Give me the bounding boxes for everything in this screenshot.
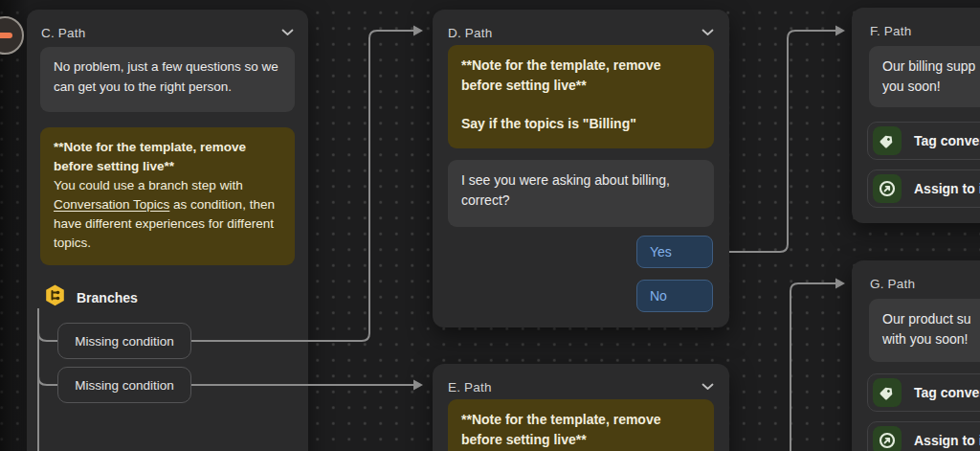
note-step[interactable]: **Note for the template, remove before s… [448, 399, 714, 451]
action-label: Tag conver [914, 133, 980, 148]
chevron-down-icon[interactable] [702, 29, 714, 36]
node-e-title: E. Path [448, 380, 492, 395]
message-text: No problem, just a few questions so we c… [54, 59, 278, 94]
chevron-down-icon[interactable] [281, 29, 294, 36]
action-label: Assign to i [914, 181, 980, 196]
action-label: Tag conver [914, 385, 980, 400]
collapse-node-button[interactable] [0, 16, 24, 55]
node-d-header: D. Path [448, 23, 714, 42]
node-c-title: C. Path [41, 26, 85, 40]
node-g-header: G. Path [870, 274, 980, 293]
message-text: Our billing supp you soon! [882, 56, 980, 97]
action-tag-conversation[interactable]: Tag conver [867, 122, 980, 160]
reply-yes-button[interactable]: Yes [636, 236, 713, 268]
reply-no-button[interactable]: No [636, 280, 713, 312]
branches-icon [43, 283, 67, 311]
branch-missing-condition-2[interactable]: Missing condition [57, 367, 191, 403]
message-text: I see you were asking about billing, cor… [461, 172, 670, 208]
assign-icon [873, 174, 902, 203]
node-g-title: G. Path [870, 277, 915, 291]
note-step[interactable]: **Note for the template, remove before s… [448, 45, 714, 148]
action-assign-to[interactable]: Assign to i [867, 421, 980, 451]
branch-label: Missing condition [75, 378, 174, 393]
note-bold-text: **Note for the template, remove before s… [461, 56, 701, 96]
node-g-path[interactable]: G. Path Our product su with you soon! Ta… [852, 260, 980, 451]
flow-canvas[interactable]: C. Path No problem, just a few questions… [0, 0, 980, 451]
tag-icon [873, 378, 902, 407]
action-label: Assign to i [914, 433, 980, 448]
action-assign-to[interactable]: Assign to i [867, 169, 980, 208]
message-step[interactable]: No problem, just a few questions so we c… [40, 47, 295, 112]
note-bold-text: **Note for the template, remove before s… [461, 410, 701, 450]
node-c-header: C. Path [41, 23, 294, 42]
message-step[interactable]: Our product su with you soon! [869, 299, 980, 362]
node-e-path[interactable]: E. Path **Note for the template, remove … [433, 364, 729, 451]
node-f-header: F. Path [870, 21, 980, 40]
note-step[interactable]: **Note for the template, remove before s… [40, 127, 295, 265]
branches-section[interactable]: Branches [43, 283, 138, 311]
no-label: No [650, 288, 667, 304]
node-f-path[interactable]: F. Path Our billing supp you soon! Tag c… [852, 8, 980, 223]
node-d-path[interactable]: D. Path **Note for the template, remove … [433, 10, 729, 327]
conversation-topics-link[interactable]: Conversation Topics [54, 197, 169, 212]
note-body-text: You could use a branch step with Convers… [54, 176, 281, 253]
message-text: Our product su with you soon! [882, 309, 980, 350]
minus-icon [0, 33, 12, 38]
branches-label: Branches [77, 290, 138, 305]
yes-label: Yes [650, 244, 672, 259]
action-tag-conversation[interactable]: Tag conver [867, 373, 980, 412]
branch-label: Missing condition [75, 334, 174, 349]
node-f-title: F. Path [870, 24, 911, 38]
branch-missing-condition-1[interactable]: Missing condition [57, 323, 191, 359]
note-body-text: Say if the topics is "Billing" [461, 114, 701, 134]
assign-icon [873, 426, 902, 451]
message-step[interactable]: I see you were asking about billing, cor… [448, 160, 714, 227]
node-e-header: E. Path [448, 377, 714, 396]
chevron-down-icon[interactable] [702, 383, 714, 391]
node-d-title: D. Path [448, 26, 492, 40]
note-bold-text: **Note for the template, remove before s… [54, 138, 281, 176]
tag-icon [873, 126, 902, 155]
message-step[interactable]: Our billing supp you soon! [869, 46, 980, 107]
